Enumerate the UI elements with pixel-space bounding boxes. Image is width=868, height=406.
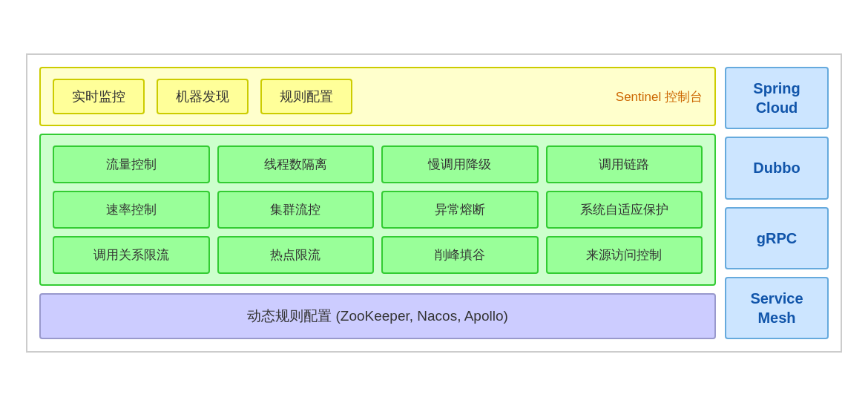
diagram-wrapper: 实时监控 机器发现 规则配置 Sentinel 控制台 流量控制 线程数隔离 慢… xyxy=(26,53,842,353)
core-box-3-4: 来源访问控制 xyxy=(546,236,703,274)
core-box-2-2: 集群流控 xyxy=(217,191,375,229)
core-box-2-3: 异常熔断 xyxy=(381,191,539,229)
sidebar-grpc: gRPC xyxy=(725,207,829,269)
main-area: 实时监控 机器发现 规则配置 Sentinel 控制台 流量控制 线程数隔离 慢… xyxy=(39,67,716,339)
core-box-2-1: 速率控制 xyxy=(53,191,210,229)
core-box-2-4: 系统自适应保护 xyxy=(546,191,703,229)
core-panel: 流量控制 线程数隔离 慢调用降级 调用链路 速率控制 集群流控 异常熔断 系统自… xyxy=(39,134,716,286)
core-box-3-3: 削峰填谷 xyxy=(381,236,539,274)
sidebar-dubbo: Dubbo xyxy=(725,137,829,199)
core-box-3-1: 调用关系限流 xyxy=(53,236,210,274)
core-row-1: 流量控制 线程数隔离 慢调用降级 调用链路 xyxy=(53,145,703,183)
core-row-2: 速率控制 集群流控 异常熔断 系统自适应保护 xyxy=(53,191,703,229)
sidebar-spring-cloud: Spring Cloud xyxy=(725,67,829,129)
sentinel-top-row: 实时监控 机器发现 规则配置 Sentinel 控制台 xyxy=(53,79,703,114)
core-box-1-2: 线程数隔离 xyxy=(217,145,375,183)
core-box-1-1: 流量控制 xyxy=(53,145,210,183)
right-sidebar: Spring Cloud Dubbo gRPC Service Mesh xyxy=(725,67,829,339)
sidebar-service-mesh: Service Mesh xyxy=(725,277,829,339)
sentinel-title: Sentinel 控制台 xyxy=(616,88,703,105)
sentinel-box-1: 实时监控 xyxy=(53,79,145,114)
core-row-3: 调用关系限流 热点限流 削峰填谷 来源访问控制 xyxy=(53,236,703,274)
sentinel-box-3: 规则配置 xyxy=(260,79,352,114)
core-box-1-4: 调用链路 xyxy=(546,145,703,183)
sentinel-panel: 实时监控 机器发现 规则配置 Sentinel 控制台 xyxy=(39,67,716,126)
core-box-3-2: 热点限流 xyxy=(217,236,375,274)
sentinel-box-2: 机器发现 xyxy=(157,79,249,114)
dynamic-label: 动态规则配置 (ZooKeeper, Nacos, Apollo) xyxy=(247,308,508,324)
dynamic-panel: 动态规则配置 (ZooKeeper, Nacos, Apollo) xyxy=(39,293,716,339)
core-box-1-3: 慢调用降级 xyxy=(381,145,539,183)
